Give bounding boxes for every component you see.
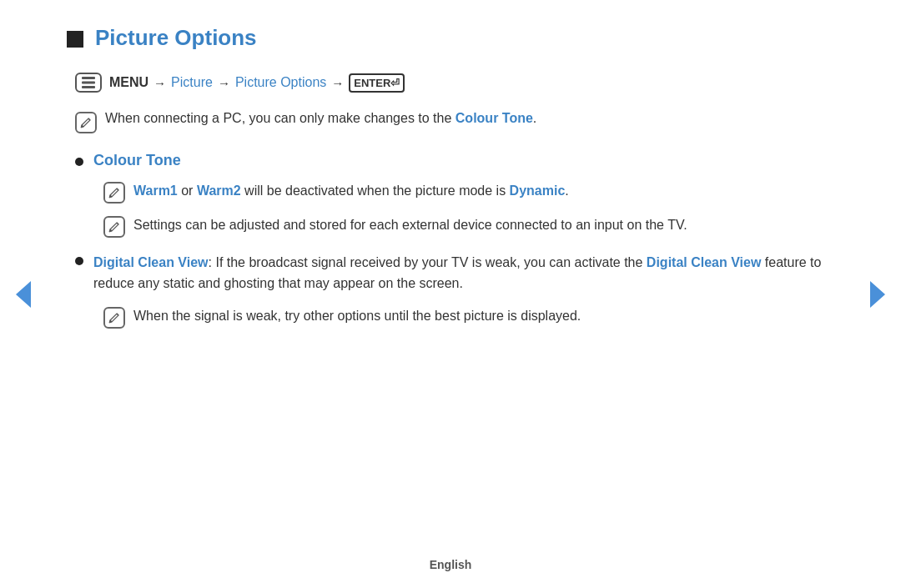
pc-note-text: When connecting a PC, you can only make … — [105, 111, 536, 126]
menu-picture-options: Picture Options — [235, 75, 326, 90]
svg-rect-3 — [82, 82, 95, 84]
nav-arrow-left[interactable] — [12, 276, 35, 313]
bullet-digital-clean-view: Digital Clean View: If the broadcast sig… — [75, 253, 834, 329]
bullet-dot-1 — [75, 158, 83, 166]
menu-picture: Picture — [171, 75, 213, 90]
bullet-title-colour-tone: Colour Tone — [93, 152, 181, 169]
footer-text: English — [430, 558, 472, 571]
footer: English — [0, 558, 901, 571]
svg-marker-0 — [16, 281, 31, 308]
menu-arrow-1: → — [154, 76, 166, 90]
dcv-subnote: When the signal is weak, try other optio… — [103, 306, 834, 329]
menu-label: MENU — [109, 75, 148, 90]
menu-path: MENU → Picture → Picture Options → ENTER… — [75, 73, 834, 93]
settings-note: Settings can be adjusted and stored for … — [103, 215, 834, 238]
dcv-header: Digital Clean View: If the broadcast sig… — [75, 253, 834, 294]
svg-rect-2 — [82, 77, 95, 79]
menu-arrow-3: → — [331, 76, 344, 90]
enter-icon: ENTER⏎ — [349, 73, 405, 93]
pc-note: When connecting a PC, you can only make … — [75, 111, 834, 133]
page-container: Picture Options MENU → Picture → Picture… — [0, 0, 901, 588]
menu-arrow-2: → — [218, 76, 230, 90]
note-icon-warm — [103, 182, 125, 204]
svg-rect-4 — [82, 86, 95, 88]
settings-note-text: Settings can be adjusted and stored for … — [133, 215, 687, 236]
nav-arrow-right[interactable] — [866, 276, 889, 313]
colour-tone-subnotes: Warm1 or Warm2 will be deactivated when … — [103, 181, 834, 238]
warm-note-text: Warm1 or Warm2 will be deactivated when … — [133, 181, 569, 202]
bullet-colour-tone: Colour Tone Warm1 or Warm2 will be deact… — [75, 152, 834, 238]
dcv-subnote-text: When the signal is weak, try other optio… — [133, 306, 581, 327]
menu-button-icon — [75, 73, 102, 93]
bullet-dot-2 — [75, 257, 83, 265]
note-icon-dcv — [103, 307, 125, 329]
dcv-text: Digital Clean View: If the broadcast sig… — [93, 253, 834, 294]
svg-marker-1 — [870, 281, 885, 308]
title-square-icon — [67, 31, 83, 48]
page-title-row: Picture Options — [67, 25, 834, 51]
warm-note: Warm1 or Warm2 will be deactivated when … — [103, 181, 834, 204]
bullet-header-colour-tone: Colour Tone — [75, 152, 834, 169]
note-icon-settings — [103, 216, 125, 238]
page-title: Picture Options — [95, 25, 257, 51]
note-icon-pc — [75, 112, 97, 133]
